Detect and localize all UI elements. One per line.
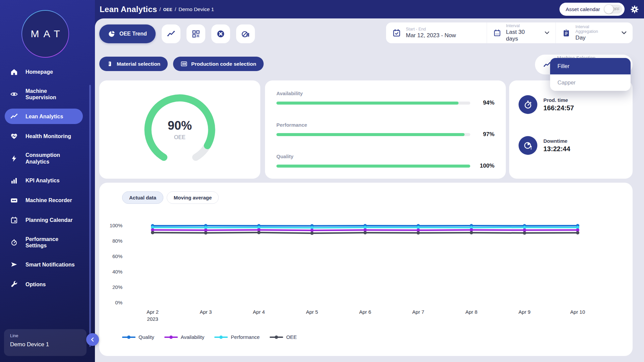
sidebar-item-health-monitoring[interactable]: Health Monitoring — [5, 128, 83, 144]
device-card[interactable]: Line Demo Device 1 — [4, 329, 87, 356]
legend-item-availability[interactable]: Availability — [164, 334, 205, 340]
interval-selector[interactable]: Interval Last 30 days — [487, 22, 555, 43]
sidebar: MAT Homepage Machine Supervision Lean An… — [0, 0, 95, 362]
sidebar-item-performance-settings[interactable]: Performance Settings — [5, 232, 83, 252]
performance-bar-fill — [276, 133, 465, 136]
start-end-texts: Start - End Mar 12, 2023 - Now — [406, 27, 456, 39]
breadcrumb-oee: OEE — [163, 7, 172, 12]
sidebar-item-consumption-analytics[interactable]: Consumption Analytics — [5, 148, 83, 168]
trend-view-button[interactable] — [162, 24, 180, 43]
interval-aggregation-value: Day — [576, 35, 612, 41]
clipboard-icon — [562, 28, 571, 38]
trend-line-icon — [10, 112, 18, 120]
interval-aggregation-selector[interactable]: Interval Aggregation Day — [555, 22, 633, 43]
availability-value: 94% — [476, 100, 494, 106]
toggle-knob — [604, 4, 613, 14]
downtime-row: Downtime 13:22:44 — [519, 136, 623, 155]
sidebar-item-label: KPI Analytics — [25, 177, 76, 184]
dropdown-option-capper[interactable]: Capper — [550, 74, 631, 91]
chevron-left-icon — [91, 337, 95, 342]
sidebar-item-label: Machine Supervision — [25, 88, 76, 101]
quality-metric: Quality 100% — [276, 154, 494, 169]
oee-trend-label: OEE Trend — [119, 31, 147, 37]
stopwatch-icon — [523, 100, 533, 110]
selection-filter-row: Material selection Production code selec… — [99, 57, 264, 71]
tab-moving-average[interactable]: Moving average — [167, 191, 219, 204]
svg-text:Apr 2: Apr 2 — [147, 309, 159, 315]
svg-text:Apr 8: Apr 8 — [465, 309, 477, 315]
tab-actual-data[interactable]: Actual data — [122, 191, 163, 204]
material-selection-button[interactable]: Material selection — [99, 57, 168, 71]
sidebar-item-machine-recorder[interactable]: Machine Recorder — [5, 193, 83, 208]
bolt-icon — [10, 155, 18, 163]
logo-text: MAT — [26, 28, 64, 40]
qr-code-icon — [192, 29, 200, 38]
trend-line-chart: 100%80%60%40%20%0%Apr 22023Apr 3Apr 4Apr… — [99, 215, 633, 330]
stopwatch-icon — [10, 238, 18, 246]
sidebar-item-label: Smart Notifications — [25, 261, 76, 268]
performance-bar-track — [276, 133, 470, 136]
machine-selection-dropdown: Filler Capper — [550, 58, 631, 91]
legend-marker-icon — [164, 335, 178, 339]
performance-value: 97% — [476, 131, 494, 138]
interval-aggregation-label: Interval Aggregation — [576, 24, 612, 34]
asset-calendar-switch[interactable]: OFF — [604, 5, 622, 14]
losses-view-button[interactable] — [211, 24, 230, 43]
start-end-selector[interactable]: Start - End Mar 12, 2023 - Now — [386, 22, 487, 43]
sidebar-item-kpi-analytics[interactable]: KPI Analytics — [5, 173, 83, 188]
material-selection-label: Material selection — [117, 61, 160, 67]
legend-item-quality[interactable]: Quality — [122, 334, 154, 340]
sidebar-item-label: Options — [25, 281, 76, 288]
downtime-texts: Downtime 13:22:44 — [543, 138, 570, 153]
production-code-view-button[interactable] — [186, 24, 205, 43]
settings-gear-icon[interactable] — [630, 5, 639, 14]
interval-label: Interval — [506, 23, 536, 28]
svg-text:Apr 5: Apr 5 — [306, 309, 318, 315]
legend-label: OEE — [286, 334, 297, 340]
prod-time-texts: Prod. time 166:24:57 — [543, 97, 574, 112]
dropdown-option-filler[interactable]: Filler — [550, 58, 631, 74]
sidebar-item-lean-analytics[interactable]: Lean Analytics — [5, 109, 83, 124]
sidebar-item-label: Performance Settings — [25, 236, 76, 249]
legend-item-performance[interactable]: Performance — [214, 334, 260, 340]
oee-trend-button[interactable]: OEE Trend — [99, 24, 156, 43]
sidebar-item-label: Lean Analytics — [25, 113, 76, 120]
gauge-label: OEE — [174, 134, 185, 140]
prod-time-label: Prod. time — [543, 97, 574, 103]
prod-time-icon-circle — [519, 95, 537, 114]
downtime-value: 13:22:44 — [543, 145, 570, 153]
quality-bar-track — [276, 165, 470, 168]
sidebar-scrollbar[interactable] — [89, 85, 91, 347]
breadcrumb-device: Demo Device 1 — [178, 6, 214, 12]
pie-chart-icon — [108, 30, 115, 38]
sidebar-item-machine-supervision[interactable]: Machine Supervision — [5, 84, 83, 104]
chevron-down-icon — [545, 31, 549, 35]
sidebar-collapse-button[interactable] — [86, 333, 99, 346]
sidebar-item-label: Machine Recorder — [25, 197, 76, 203]
availability-metric: Availability 94% — [276, 90, 494, 106]
availability-bar-track — [276, 102, 470, 105]
legend-item-oee[interactable]: OEE — [270, 334, 297, 340]
device-card-label: Line — [10, 333, 80, 338]
asset-calendar-label: Asset calendar — [566, 6, 600, 12]
oee-loss-view-button[interactable] — [236, 24, 255, 43]
chart-legend: QualityAvailabilityPerformanceOEE — [122, 334, 297, 340]
start-end-value: Mar 12, 2023 - Now — [406, 32, 456, 39]
legend-marker-icon — [122, 335, 136, 339]
sidebar-item-planning-calendar[interactable]: Planning Calendar — [5, 213, 83, 228]
sidebar-item-options[interactable]: Options — [5, 277, 83, 292]
sidebar-nav: Homepage Machine Supervision Lean Analyt… — [0, 64, 95, 296]
quality-label: Quality — [276, 154, 494, 159]
svg-text:60%: 60% — [112, 253, 122, 259]
oee-gauge-card: 90% OEE — [99, 80, 260, 179]
legend-label: Performance — [231, 334, 260, 340]
device-card-value: Demo Device 1 — [10, 341, 80, 348]
sidebar-item-homepage[interactable]: Homepage — [5, 64, 83, 80]
sidebar-item-label: Homepage — [25, 69, 76, 75]
production-code-selection-button[interactable]: Production code selection — [173, 57, 264, 71]
sidebar-item-smart-notifications[interactable]: Smart Notifications — [5, 257, 83, 272]
top-header: Lean Analytics / OEE / Demo Device 1 Ass… — [95, 0, 644, 18]
asset-calendar-toggle-pill[interactable]: Asset calendar OFF — [559, 3, 625, 16]
content-area: OEE Trend Start - End Mar 12, 2023 - Now — [95, 18, 644, 362]
svg-text:Apr 6: Apr 6 — [359, 309, 371, 315]
